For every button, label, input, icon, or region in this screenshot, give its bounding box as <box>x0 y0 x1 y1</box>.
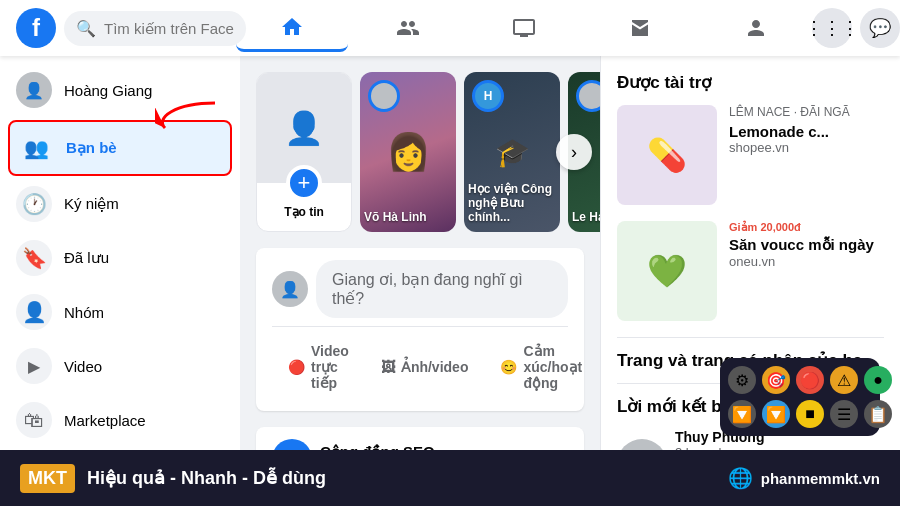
video-label: Video <box>64 358 102 375</box>
voucher-site: oneu.vn <box>729 254 884 269</box>
stories-chevron[interactable]: › <box>556 134 592 170</box>
post-input[interactable]: Giang ơi, bạn đang nghĩ gì thế? <box>316 260 568 318</box>
popup-icon-green[interactable]: ● <box>864 366 892 394</box>
lemonade-name: Lemonade c... <box>729 123 884 140</box>
profile-nav-icon <box>744 16 768 40</box>
post-box-top: 👤 Giang ơi, bạn đang nghĩ gì thế? <box>272 260 568 318</box>
post-close-btn[interactable]: ✕ <box>536 443 568 450</box>
banner-slogan: Hiệu quả - Nhanh - Dễ dùng <box>87 467 326 489</box>
feed-post-info: Cộng đồng SEO Anh Khoa · 8 phút <box>320 443 492 451</box>
nhom-label: Nhóm <box>64 304 104 321</box>
nav-left: f 🔍 <box>16 8 236 48</box>
sponsored-lemonade: 💊 LÊM NACE · ĐÃI NGÃ Lemonade c... shope… <box>617 105 884 205</box>
feed-post-header-actions: ··· ✕ <box>500 443 568 450</box>
feed-post-header: SEO Cộng đồng SEO Anh Khoa · 8 phút ··· … <box>256 427 584 450</box>
watch-icon <box>512 16 536 40</box>
create-story-card[interactable]: 👤 + Tạo tin <box>256 72 352 232</box>
stories-section: 👤 + Tạo tin 👩 Võ Hà Linh H 🎓 Học viện Cô… <box>256 72 584 232</box>
video-live-icon: 🔴 <box>288 359 305 375</box>
overlay-popup: ⚙ 🎯 🔴 ⚠ ● 🔽 🔽 ■ ☰ 📋 <box>720 358 880 436</box>
anh-video-icon: 🖼 <box>381 359 395 375</box>
sidebar-user[interactable]: 👤 Hoàng Giang <box>8 64 232 116</box>
user-avatar: 👤 <box>16 72 52 108</box>
story-plus-icon: + <box>286 165 322 201</box>
marketplace-icon <box>628 16 652 40</box>
facebook-logo[interactable]: f <box>16 8 56 48</box>
popup-icon-down1[interactable]: 🔽 <box>728 400 756 428</box>
lemonade-site: shopee.vn <box>729 140 884 155</box>
stories-row: 👤 + Tạo tin 👩 Võ Hà Linh H 🎓 Học viện Cô… <box>256 72 584 232</box>
story-1-person-img: 👩 <box>386 131 431 173</box>
popup-icon-settings[interactable]: ⚙ <box>728 366 756 394</box>
story-2-avatar: H <box>472 80 504 112</box>
lemonade-label: LÊM NACE · ĐÃI NGÃ <box>729 105 884 119</box>
search-input[interactable] <box>104 20 234 37</box>
anh-video-btn[interactable]: 🖼 Ảnh/video <box>365 335 485 399</box>
post-actions: 🔴 Video trực tiếp 🖼 Ảnh/video 😊 Cảm xúc/… <box>272 326 568 399</box>
banner-left: MKT Hiệu quả - Nhanh - Dễ dùng <box>20 464 326 493</box>
nav-home-btn[interactable] <box>236 4 348 52</box>
story-card-2[interactable]: H 🎓 Học viện Công nghệ Bưu chính... <box>464 72 560 232</box>
story-card-1[interactable]: 👩 Võ Hà Linh <box>360 72 456 232</box>
sidebar-item-da-luu[interactable]: 🔖 Đã lưu <box>8 232 232 284</box>
popup-icon-target[interactable]: 🎯 <box>762 366 790 394</box>
story-2-label: Học viện Công nghệ Bưu chính... <box>468 182 556 224</box>
nhom-icon: 👤 <box>16 294 52 330</box>
ban-be-label: Bạn bè <box>66 139 117 157</box>
user-name: Hoàng Giang <box>64 82 152 99</box>
popup-icon-down2[interactable]: 🔽 <box>762 400 790 428</box>
feed-post-avatar: SEO <box>272 439 312 450</box>
sidebar-item-marketplace[interactable]: 🛍 Marketplace <box>8 394 232 446</box>
popup-icon-yellow[interactable]: ■ <box>796 400 824 428</box>
sponsored-title: Được tài trợ <box>617 72 884 93</box>
story-3-label: Le Hai Anh <box>572 210 600 224</box>
sidebar-item-nhom[interactable]: 👤 Nhóm <box>8 286 232 338</box>
search-box[interactable]: 🔍 <box>64 11 246 46</box>
search-icon: 🔍 <box>76 19 96 38</box>
da-luu-icon: 🔖 <box>16 240 52 276</box>
popup-icon-menu[interactable]: ☰ <box>830 400 858 428</box>
ban-be-icon: 👥 <box>18 130 54 166</box>
sidebar-item-ban-be[interactable]: 👥 Bạn bè <box>8 120 232 176</box>
create-story-label: Tạo tin <box>284 205 324 219</box>
globe-icon: 🌐 <box>728 466 753 490</box>
sidebar-item-ky-niem[interactable]: 🕐 Ký niệm <box>8 178 232 230</box>
nav-profile-btn[interactable] <box>700 4 812 52</box>
da-luu-label: Đã lưu <box>64 249 109 267</box>
story-3-avatar <box>576 80 600 112</box>
popup-icon-clipboard[interactable]: 📋 <box>864 400 892 428</box>
nav-watch-btn[interactable] <box>468 4 580 52</box>
story-2-person-img: 🎓 <box>495 136 530 169</box>
voucher-name: Săn voucc mỗi ngày <box>729 236 884 254</box>
right-divider-1 <box>617 337 884 338</box>
banner-right[interactable]: 🌐 phanmemmkt.vn <box>728 466 880 490</box>
story-1-label: Võ Hà Linh <box>364 210 452 224</box>
home-icon <box>280 15 304 39</box>
nav-friends-btn[interactable] <box>352 4 464 52</box>
cam-xuc-icon: 😊 <box>500 359 517 375</box>
marketplace-sidebar-icon: 🛍 <box>16 402 52 438</box>
cam-xuc-btn[interactable]: 😊 Cảm xúc/hoạt động <box>484 335 598 399</box>
nav-marketplace-btn[interactable] <box>584 4 696 52</box>
thuy-phuong-avatar: 👤 <box>617 439 667 451</box>
mkt-logo: MKT <box>20 464 75 493</box>
post-user-avatar: 👤 <box>272 271 308 307</box>
feed-post: SEO Cộng đồng SEO Anh Khoa · 8 phút ··· … <box>256 427 584 450</box>
ky-niem-icon: 🕐 <box>16 186 52 222</box>
voucher-info: Giảm 20,000đ Săn voucc mỗi ngày oneu.vn <box>729 221 884 321</box>
post-more-btn[interactable]: ··· <box>500 443 532 450</box>
voucher-discount: Giảm 20,000đ <box>729 221 884 234</box>
popup-icon-warning[interactable]: ⚠ <box>830 366 858 394</box>
popup-icon-red[interactable]: 🔴 <box>796 366 824 394</box>
marketplace-label: Marketplace <box>64 412 146 429</box>
lemonade-img: 💊 <box>617 105 717 205</box>
sidebar-item-video[interactable]: ▶ Video <box>8 340 232 392</box>
story-1-avatar <box>368 80 400 112</box>
main-content: 👤 + Tạo tin 👩 Võ Hà Linh H 🎓 Học viện Cô… <box>240 56 600 450</box>
top-navigation: f 🔍 ⋮⋮⋮ 💬 <box>0 0 900 56</box>
apps-btn[interactable]: ⋮⋮⋮ <box>812 8 852 48</box>
video-live-btn[interactable]: 🔴 Video trực tiếp <box>272 335 365 399</box>
sponsored-voucher: 💚 Giảm 20,000đ Săn voucc mỗi ngày oneu.v… <box>617 221 884 321</box>
messenger-btn[interactable]: 💬 <box>860 8 900 48</box>
friends-icon <box>396 16 420 40</box>
